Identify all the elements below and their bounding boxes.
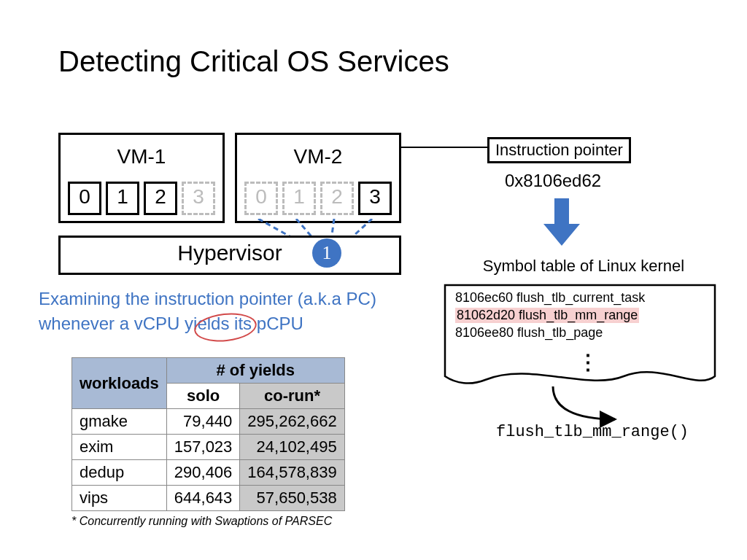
- yields-table: workloads # of yields solo co-run* gmake…: [71, 357, 345, 511]
- vertical-dots-icon: ⋮: [578, 350, 597, 374]
- sym-name: flush_tlb_current_task: [516, 290, 645, 305]
- caption-line1: Examining the instruction pointer (a.k.a…: [39, 289, 376, 308]
- down-arrow-icon: [540, 198, 584, 249]
- vm2-cpu-0: 0: [244, 182, 278, 215]
- cell-solo: 290,406: [166, 460, 240, 486]
- hypervisor-label: Hypervisor: [61, 241, 399, 265]
- sym-addr: 8106ee80: [455, 325, 514, 340]
- symbol-row: 8106ee80 flush_tlb_page: [455, 325, 603, 341]
- th-corun: co-run*: [240, 384, 344, 409]
- slide-title: Detecting Critical OS Services: [58, 45, 449, 78]
- sym-addr: 81062d20: [457, 308, 515, 322]
- caption-text: Examining the instruction pointer (a.k.a…: [39, 287, 376, 336]
- vm1-cpu-3: 3: [182, 182, 215, 215]
- symbol-row: 8106ec60 flush_tlb_current_task: [455, 290, 645, 306]
- cell-solo: 79,440: [166, 409, 240, 435]
- vm1-label: VM-1: [61, 145, 222, 168]
- symbol-table-label: Symbol table of Linux kernel: [438, 257, 729, 276]
- cell-solo: 157,023: [166, 435, 240, 460]
- vm1-cpu-1: 1: [106, 182, 139, 215]
- pcpu-circle: 1: [312, 238, 341, 268]
- th-yields: # of yields: [166, 358, 344, 384]
- th-workloads: workloads: [72, 358, 167, 409]
- vm2-box: VM-2 0 1 2 3: [235, 133, 401, 223]
- table-row: gmake 79,440 295,262,662: [72, 409, 345, 435]
- cell-co: 24,102,495: [240, 435, 344, 460]
- instruction-pointer-box: Instruction pointer: [487, 137, 631, 163]
- table-footnote: * Concurrently running with Swaptions of…: [71, 515, 332, 528]
- th-solo: solo: [166, 384, 240, 409]
- cell-w: gmake: [72, 409, 167, 435]
- instruction-pointer-value: 0x8106ed62: [505, 171, 601, 191]
- cell-w: dedup: [72, 460, 167, 486]
- resolved-function: flush_tlb_mm_range(): [496, 423, 689, 441]
- table-row: vips 644,643 57,650,538: [72, 486, 345, 511]
- vm2-cpu-2: 2: [320, 182, 354, 215]
- symbol-row-highlight: 81062d20 flush_tlb_mm_range: [455, 308, 639, 323]
- vm2-label: VM-2: [237, 145, 399, 168]
- sym-name: flush_tlb_mm_range: [519, 308, 638, 322]
- cell-co: 164,578,839: [240, 460, 344, 486]
- cell-solo: 644,643: [166, 486, 240, 511]
- table-row: exim 157,023 24,102,495: [72, 435, 345, 460]
- cell-co: 295,262,662: [240, 409, 344, 435]
- table-row: dedup 290,406 164,578,839: [72, 460, 345, 486]
- hypervisor-box: Hypervisor: [58, 236, 401, 275]
- cell-w: exim: [72, 435, 167, 460]
- cell-co: 57,650,538: [240, 486, 344, 511]
- vm1-cpu-2: 2: [144, 182, 177, 215]
- sym-name: flush_tlb_page: [517, 325, 603, 340]
- vm1-box: VM-1 0 1 2 3: [58, 133, 225, 223]
- caption-line2: whenever a vCPU yields its pCPU: [39, 314, 303, 333]
- vm2-cpu-1: 1: [282, 182, 316, 215]
- vm1-cpu-0: 0: [68, 182, 101, 215]
- cell-w: vips: [72, 486, 167, 511]
- sym-addr: 8106ec60: [455, 290, 513, 305]
- vm2-cpu-3: 3: [358, 182, 392, 215]
